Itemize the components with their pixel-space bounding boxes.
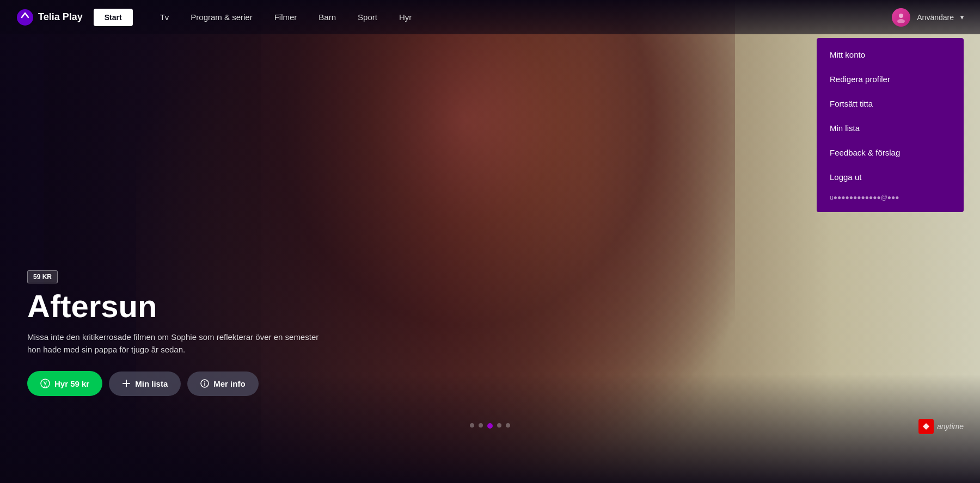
svg-point-2 [897,19,905,23]
info-icon [200,379,209,388]
hero-title: Aftersun [27,289,318,324]
nav-link-program-serier[interactable]: Program & serier [180,0,263,34]
carousel-dot-3[interactable] [497,423,501,428]
logo-text: Telia Play [38,11,83,23]
nav-link-hyr[interactable]: Hyr [388,0,422,34]
svg-point-1 [899,14,903,18]
svg-point-5 [46,386,47,387]
dropdown-menu: Mitt konto Redigera profiler Fortsätt ti… [817,38,964,212]
nav-links: Tv Program & serier Filmer Barn Sport Hy… [149,0,892,34]
dropdown-item-mitt-konto[interactable]: Mitt konto [817,42,964,67]
anytime-logo: anytime [918,419,964,434]
nav-right: Användare ▾ [892,8,964,27]
svg-point-4 [44,386,45,387]
cart-icon [40,379,50,388]
svg-point-10 [204,381,205,382]
nav-link-filmer[interactable]: Filmer [264,0,308,34]
anytime-brand-icon [918,419,934,434]
dropdown-email: u●●●●●●●●●●●●@●●● [817,189,964,208]
start-button[interactable]: Start [94,9,133,26]
chevron-down-icon[interactable]: ▾ [960,14,964,21]
dropdown-item-logga-ut[interactable]: Logga ut [817,165,964,189]
dropdown-item-redigera-profiler[interactable]: Redigera profiler [817,67,964,91]
dropdown-item-fortsatt-titta[interactable]: Fortsätt titta [817,91,964,116]
plus-icon [122,379,131,388]
user-avatar-icon [896,12,906,23]
telia-logo-icon [16,9,34,26]
user-avatar[interactable] [892,8,910,27]
svg-point-3 [41,379,50,388]
info-button[interactable]: Mer info [187,371,258,396]
nav-link-tv[interactable]: Tv [149,0,180,34]
nav-link-barn[interactable]: Barn [308,0,347,34]
logo[interactable]: Telia Play [16,9,83,26]
rent-button[interactable]: Hyr 59 kr [27,371,102,396]
anytime-text: anytime [937,422,964,431]
dropdown-item-feedback-forslag[interactable]: Feedback & förslag [817,140,964,165]
carousel-dot-1[interactable] [479,423,483,428]
hero-buttons: Hyr 59 kr Min lista Mer info [27,371,318,396]
carousel-dot-4[interactable] [506,423,510,428]
dropdown-item-min-lista[interactable]: Min lista [817,116,964,140]
list-button[interactable]: Min lista [109,371,181,396]
nav-right-wrapper: Användare ▾ Mitt konto Redigera profiler… [892,8,964,27]
hero-content: 59 KR Aftersun Missa inte den kritikerro… [27,270,318,396]
carousel-dots [470,423,510,429]
price-badge: 59 KR [27,270,58,283]
hero-description: Missa inte den kritikerrosade filmen om … [27,331,318,356]
user-name[interactable]: Användare [917,13,954,22]
svg-point-0 [17,9,33,26]
navbar: Telia Play Start Tv Program & serier Fil… [0,0,980,34]
carousel-dot-0[interactable] [470,423,474,428]
carousel-dot-2[interactable] [487,423,493,429]
nav-link-sport[interactable]: Sport [347,0,388,34]
